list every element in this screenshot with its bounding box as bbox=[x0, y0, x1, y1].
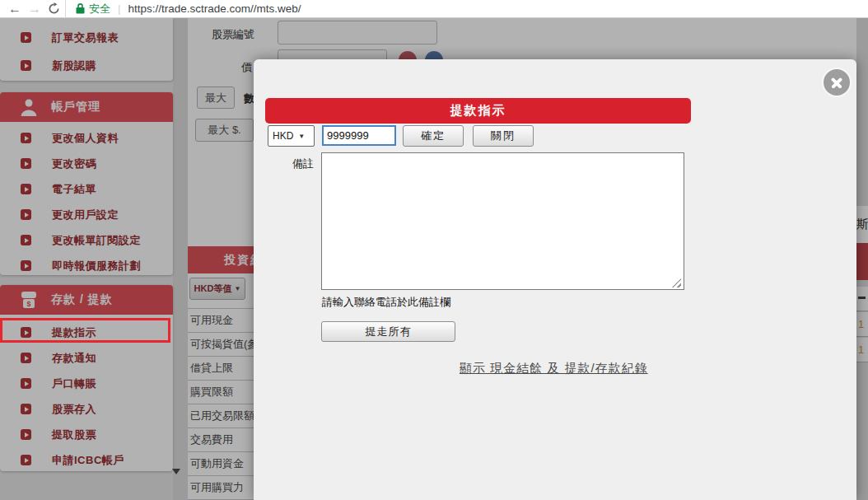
withdrawal-instruction-modal: 提款指示 HKD ▼ 確定 關閉 備註 請輸入聯絡電話於此備註欄 提走所有 顯示… bbox=[254, 59, 856, 500]
remark-textarea[interactable] bbox=[321, 152, 684, 290]
address-separator: | bbox=[118, 2, 120, 15]
trading-app-screen: ← → 安全 | https://trade.sctrade.com//mts.… bbox=[0, 0, 868, 500]
withdrawal-amount-input[interactable] bbox=[322, 125, 396, 146]
modal-title-bar: 提款指示 bbox=[265, 98, 691, 124]
chevron-down-icon: ▼ bbox=[298, 133, 305, 140]
browser-back-icon[interactable]: ← bbox=[5, 0, 25, 18]
browser-forward-icon[interactable]: → bbox=[25, 0, 44, 18]
browser-reload-icon[interactable] bbox=[48, 2, 60, 15]
cash-balance-history-link[interactable]: 顯示 現金結餘 及 提款/存款紀錄 bbox=[460, 361, 648, 376]
modal-title: 提款指示 bbox=[450, 103, 506, 119]
close-button[interactable]: 關閉 bbox=[473, 125, 534, 147]
close-icon[interactable] bbox=[824, 69, 850, 96]
highlight-annotation-box bbox=[0, 318, 170, 343]
url-text[interactable]: https://trade.sctrade.com//mts.web/ bbox=[128, 2, 301, 15]
address-bar[interactable]: 安全 | https://trade.sctrade.com//mts.web/ bbox=[65, 0, 868, 18]
remark-hint-text: 請輸入聯絡電話於此備註欄 bbox=[322, 295, 450, 310]
currency-select[interactable]: HKD ▼ bbox=[268, 125, 315, 147]
secure-lock-icon bbox=[76, 3, 85, 14]
remark-label: 備註 bbox=[292, 157, 314, 171]
withdraw-all-button[interactable]: 提走所有 bbox=[321, 321, 455, 342]
secure-label: 安全 bbox=[89, 2, 110, 16]
browser-toolbar: ← → 安全 | https://trade.sctrade.com//mts.… bbox=[0, 0, 868, 18]
confirm-button[interactable]: 確定 bbox=[403, 125, 464, 147]
